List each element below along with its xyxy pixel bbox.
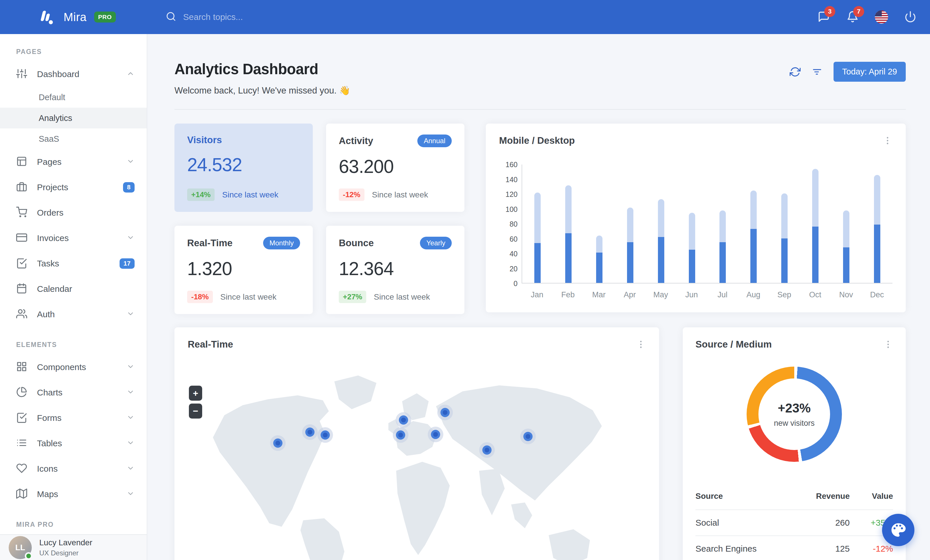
- calendar-icon: [16, 283, 27, 295]
- chart-menu-button[interactable]: [883, 136, 893, 146]
- sidebar-item-tasks[interactable]: Tasks17: [0, 251, 147, 276]
- layout-icon: [16, 156, 27, 168]
- sidebar-item-charts[interactable]: Charts: [0, 380, 147, 405]
- source-card-title: Source / Medium: [696, 339, 772, 350]
- date-range-button[interactable]: Today: April 29: [833, 62, 906, 82]
- messages-button[interactable]: 3: [817, 10, 831, 24]
- page-title: Analytics Dashboard: [174, 61, 350, 78]
- sidebar-item-label: Tables: [37, 439, 117, 448]
- search-input[interactable]: [183, 12, 333, 22]
- x-tick-label: Apr: [614, 290, 645, 299]
- logout-button[interactable]: [904, 10, 917, 24]
- filter-button[interactable]: [811, 66, 822, 77]
- x-tick-label: Sep: [769, 290, 800, 299]
- y-tick-label: 80: [510, 220, 517, 228]
- map-marker: [431, 430, 440, 439]
- sidebar-subitem-analytics[interactable]: Analytics: [0, 108, 147, 129]
- stat-title: Real-Time: [187, 238, 232, 249]
- stat-card-activity: ActivityAnnual63.200-12%Since last week: [326, 124, 464, 212]
- sidebar-item-orders[interactable]: Orders: [0, 200, 147, 226]
- bar-chart-y-axis: 020406080100120140160: [499, 164, 517, 284]
- stat-change-chip: +14%: [187, 189, 215, 201]
- stat-caption: Since last week: [220, 292, 277, 302]
- filter-icon: [811, 66, 822, 77]
- sidebar-nav: PAGESDashboardDefaultAnalyticsSaaSPagesP…: [0, 34, 147, 534]
- y-tick-label: 140: [505, 175, 517, 184]
- kebab-icon: [883, 136, 893, 146]
- x-tick-label: Jan: [522, 290, 553, 299]
- list-icon: [16, 437, 27, 450]
- bar-may: [645, 164, 676, 283]
- stat-period-badge: Yearly: [420, 237, 452, 249]
- avatar-initials: LL: [15, 543, 25, 552]
- online-status-dot: [25, 552, 32, 560]
- realtime-map-card: Real-Time: [174, 327, 659, 560]
- bar-chart-plot: [522, 164, 893, 284]
- bar-segment-mobile: [534, 243, 540, 283]
- bar-segment-mobile: [627, 242, 633, 283]
- sidebar-subitem-saas[interactable]: SaaS: [0, 129, 147, 149]
- map-zoom-out-button[interactable]: −: [189, 404, 202, 419]
- sidebar-item-pages[interactable]: Pages: [0, 149, 147, 175]
- chevron-up-icon: [126, 69, 135, 79]
- x-tick-label: Aug: [738, 290, 769, 299]
- us-flag-icon: [875, 11, 888, 24]
- source-table: SourceRevenueValueSocial260+35%Search En…: [696, 484, 893, 560]
- stat-card-bounce: BounceYearly12.364+27%Since last week: [326, 226, 464, 314]
- bar-dec: [862, 164, 893, 283]
- x-tick-label: Mar: [584, 290, 614, 299]
- map-zoom-in-button[interactable]: +: [189, 386, 202, 400]
- sidebar-item-tables[interactable]: Tables: [0, 431, 147, 456]
- sidebar: PAGESDashboardDefaultAnalyticsSaaSPagesP…: [0, 34, 147, 560]
- sidebar-item-label: Orders: [37, 208, 135, 218]
- mira-logo-icon: [38, 9, 56, 25]
- stat-title: Visitors: [187, 135, 222, 146]
- brand[interactable]: Mira PRO: [0, 9, 147, 25]
- sidebar-subitem-default[interactable]: Default: [0, 87, 147, 108]
- cart-icon: [16, 207, 27, 219]
- search-icon: [166, 11, 176, 23]
- map-marker: [273, 439, 282, 448]
- x-tick-label: Jul: [707, 290, 738, 299]
- sidebar-item-forms[interactable]: Forms: [0, 405, 147, 431]
- source-menu-button[interactable]: [883, 339, 893, 349]
- sidebar-item-calendar[interactable]: Calendar: [0, 276, 147, 302]
- map-menu-button[interactable]: [636, 339, 646, 349]
- y-tick-label: 40: [510, 250, 517, 258]
- sidebar-item-maps[interactable]: Maps: [0, 482, 147, 507]
- bar-segment-desktop: [689, 213, 695, 250]
- stat-value: 1.320: [187, 258, 300, 279]
- bar-segment-mobile: [812, 227, 819, 283]
- notifications-button[interactable]: 7: [846, 10, 859, 24]
- chevron-down-icon: [126, 388, 135, 397]
- sidebar-section-label: PAGES: [0, 34, 147, 61]
- refresh-button[interactable]: [790, 66, 801, 77]
- global-search: [166, 11, 333, 23]
- chevron-down-icon: [126, 362, 135, 372]
- refresh-icon: [790, 66, 801, 77]
- x-tick-label: Dec: [862, 290, 893, 299]
- power-icon: [904, 11, 916, 24]
- sidebar-item-components[interactable]: Components: [0, 354, 147, 380]
- world-map[interactable]: + −: [188, 356, 646, 560]
- sidebar-item-dashboard[interactable]: Dashboard: [0, 61, 147, 87]
- chart-title: Mobile / Desktop: [499, 135, 575, 146]
- credit-card-icon: [16, 232, 27, 244]
- theme-settings-button[interactable]: [882, 514, 915, 546]
- sidebar-item-auth[interactable]: Auth: [0, 302, 147, 327]
- sidebar-item-invoices[interactable]: Invoices: [0, 226, 147, 251]
- sidebar-item-icons[interactable]: Icons: [0, 456, 147, 482]
- language-button[interactable]: [875, 10, 888, 24]
- chevron-down-icon: [126, 439, 135, 448]
- y-tick-label: 0: [514, 279, 517, 288]
- user-footer[interactable]: LL Lucy Lavender UX Designer: [0, 534, 147, 560]
- briefcase-icon: [16, 181, 27, 193]
- sidebar-section-label: MIRA PRO: [0, 507, 147, 534]
- chevron-down-icon: [126, 489, 135, 499]
- x-tick-label: May: [645, 290, 676, 299]
- sidebar-item-label: Components: [37, 362, 117, 372]
- x-tick-label: Feb: [553, 290, 584, 299]
- map-marker: [396, 430, 405, 440]
- sidebar-item-projects[interactable]: Projects8: [0, 175, 147, 200]
- sidebar-item-label: Maps: [37, 489, 117, 499]
